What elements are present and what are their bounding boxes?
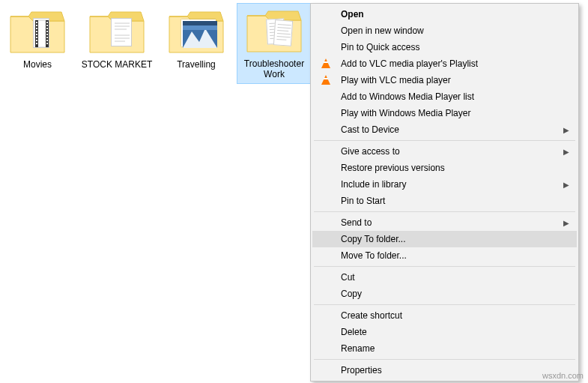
- chevron-right-icon: ▶: [563, 219, 569, 227]
- menu-item-label: Pin to Start: [341, 196, 385, 206]
- menu-restore-previous[interactable]: Restore previous versions: [312, 160, 577, 176]
- menu-create-shortcut[interactable]: Create shortcut: [312, 307, 577, 324]
- chevron-right-icon: ▶: [563, 181, 569, 189]
- folder-travelling[interactable]: Travelling: [159, 4, 234, 73]
- menu-open[interactable]: Open: [312, 6, 577, 22]
- svg-rect-9: [36, 40, 37, 41]
- menu-item-label: Play with VLC media player: [341, 75, 451, 85]
- menu-item-label: Send to: [341, 217, 372, 228]
- folder-stock-market[interactable]: STOCK MARKET: [79, 4, 154, 73]
- menu-add-vlc-playlist[interactable]: Add to VLC media player's Playlist: [312, 55, 577, 72]
- menu-item-label: Give access to: [341, 146, 400, 157]
- svg-line-38: [277, 33, 291, 34]
- menu-item-label: Properties: [341, 365, 382, 376]
- menu-item-label: Include in library: [341, 179, 406, 190]
- menu-open-new-window[interactable]: Open in new window: [312, 22, 577, 39]
- menu-separator: [314, 211, 575, 212]
- menu-pin-quick-access[interactable]: Pin to Quick access: [312, 39, 577, 55]
- svg-rect-13: [46, 28, 48, 29]
- menu-separator: [314, 266, 575, 267]
- menu-play-wmp[interactable]: Play with Windows Media Player: [312, 105, 577, 121]
- folder-label: Movies: [0, 60, 75, 73]
- menu-cut[interactable]: Cut: [312, 269, 577, 286]
- menu-item-label: Copy To folder...: [341, 234, 406, 244]
- svg-rect-16: [46, 37, 48, 38]
- svg-rect-12: [46, 25, 48, 26]
- folder-movies[interactable]: Movies: [0, 4, 75, 73]
- menu-item-label: Add to Windows Media Player list: [341, 91, 474, 102]
- menu-item-label: Move To folder...: [341, 250, 407, 261]
- watermark: wsxdn.com: [542, 371, 584, 380]
- svg-rect-5: [36, 28, 37, 29]
- svg-rect-10: [36, 43, 37, 44]
- menu-item-label: Add to VLC media player's Playlist: [341, 58, 478, 69]
- menu-give-access-to[interactable]: Give access to▶: [312, 143, 577, 160]
- menu-copy[interactable]: Copy: [312, 286, 577, 302]
- svg-rect-14: [46, 31, 48, 32]
- svg-line-39: [277, 36, 291, 37]
- menu-separator: [314, 359, 575, 360]
- menu-add-wmp-list[interactable]: Add to Windows Media Player list: [312, 88, 577, 105]
- folder-icon: [87, 9, 147, 57]
- svg-rect-18: [46, 43, 48, 44]
- svg-line-35: [278, 24, 291, 25]
- folder-troubleshooter-work[interactable]: Troubleshooter Work: [237, 3, 312, 84]
- vlc-icon: [320, 58, 332, 70]
- menu-delete[interactable]: Delete: [312, 324, 577, 340]
- menu-separator: [314, 304, 575, 305]
- menu-rename[interactable]: Rename: [312, 340, 577, 357]
- svg-line-36: [278, 27, 291, 28]
- menu-pin-to-start[interactable]: Pin to Start: [312, 193, 577, 209]
- svg-rect-15: [46, 34, 48, 35]
- menu-item-label: Rename: [341, 343, 375, 354]
- svg-rect-17: [46, 40, 48, 41]
- chevron-right-icon: ▶: [563, 148, 569, 156]
- folder-label: Travelling: [159, 60, 234, 73]
- svg-rect-11: [46, 22, 48, 23]
- menu-item-label: Cast to Device: [341, 124, 399, 135]
- menu-item-label: Pin to Quick access: [341, 42, 419, 52]
- menu-send-to[interactable]: Send to▶: [312, 214, 577, 231]
- menu-copy-to-folder[interactable]: Copy To folder...: [312, 231, 577, 247]
- menu-item-label: Open: [341, 9, 364, 19]
- menu-include-in-library[interactable]: Include in library▶: [312, 176, 577, 193]
- vlc-icon: [320, 74, 332, 86]
- context-menu: Open Open in new window Pin to Quick acc…: [310, 3, 579, 382]
- folder-icon: [244, 8, 304, 56]
- menu-item-label: Restore previous versions: [341, 163, 445, 173]
- svg-line-40: [276, 39, 286, 40]
- menu-cast-to-device[interactable]: Cast to Device▶: [312, 121, 577, 138]
- svg-rect-7: [36, 34, 37, 35]
- folder-icon: [7, 9, 67, 57]
- menu-move-to-folder[interactable]: Move To folder...: [312, 247, 577, 264]
- svg-line-37: [277, 30, 288, 31]
- folder-label: STOCK MARKET: [79, 60, 154, 73]
- menu-item-label: Open in new window: [341, 25, 424, 36]
- svg-rect-4: [36, 25, 37, 26]
- menu-play-vlc[interactable]: Play with VLC media player: [312, 72, 577, 88]
- menu-properties[interactable]: Properties: [312, 362, 577, 379]
- menu-item-label: Delete: [341, 327, 367, 337]
- file-explorer-desktop[interactable]: Movies STOCK MARKET Travelling: [0, 0, 588, 383]
- svg-rect-28: [183, 21, 217, 25]
- folder-label: Troubleshooter Work: [237, 59, 311, 83]
- menu-item-label: Copy: [341, 289, 362, 299]
- folder-icon: [166, 9, 226, 57]
- svg-rect-8: [36, 37, 37, 38]
- svg-rect-3: [36, 22, 37, 23]
- menu-item-label: Create shortcut: [341, 310, 402, 321]
- chevron-right-icon: ▶: [563, 126, 569, 134]
- menu-item-label: Play with Windows Media Player: [341, 108, 470, 118]
- menu-item-label: Cut: [341, 272, 355, 283]
- menu-separator: [314, 140, 575, 141]
- svg-rect-6: [36, 31, 37, 32]
